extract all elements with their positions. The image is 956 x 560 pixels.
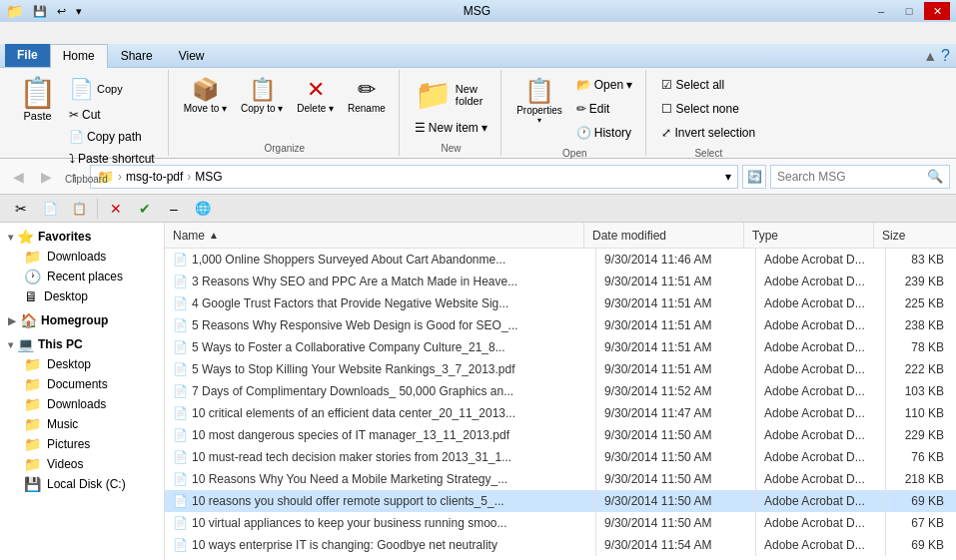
file-name-text: 5 Ways to Stop Killing Your Website Rank… — [192, 362, 515, 376]
file-date-cell: 9/30/2014 11:50 AM — [596, 424, 756, 446]
homegroup-label: Homegroup — [41, 313, 108, 327]
tab-view[interactable]: View — [166, 44, 218, 67]
qt-delete-btn[interactable]: ✕ — [103, 196, 129, 222]
path-dropdown-btn[interactable]: ▾ — [725, 170, 731, 184]
sidebar-item-music[interactable]: 📁 Music — [0, 414, 164, 434]
clipboard-items: 📋 Paste 📄 Copy ✂ Cut 📄 Copy pat — [13, 72, 160, 172]
col-header-size[interactable]: Size — [874, 223, 944, 248]
file-name-text: 5 Ways to Foster a Collaborative Company… — [192, 340, 505, 354]
table-row[interactable]: 📄 7 Days of Complimentary Downloads_ 50,… — [165, 380, 956, 402]
qt-globe-btn[interactable]: 🌐 — [190, 196, 216, 222]
sidebar-item-recent[interactable]: 🕐 Recent places — [0, 267, 164, 286]
table-row[interactable]: 📄 10 virtual appliances to keep your bus… — [165, 512, 956, 534]
sidebar-item-desktop-pc[interactable]: 📁 Desktop — [0, 354, 164, 374]
select-all-button[interactable]: ☑ Select all — [656, 74, 729, 96]
copy-path-label: Copy path — [87, 130, 142, 144]
table-row[interactable]: 📄 10 critical elements of an efficient d… — [165, 402, 956, 424]
quick-dropdown-btn[interactable]: ▾ — [72, 3, 86, 20]
col-header-date[interactable]: Date modified — [584, 223, 744, 248]
window-title: MSG — [88, 4, 866, 18]
edit-button[interactable]: ✏ Edit — [571, 98, 638, 120]
table-row[interactable]: 📄 5 Reasons Why Responsive Web Design is… — [165, 314, 956, 336]
table-row[interactable]: 📄 10 most dangerous species of IT manage… — [165, 424, 956, 446]
sidebar-item-pictures[interactable]: 📁 Pictures — [0, 434, 164, 454]
sidebar-header-homegroup[interactable]: ▶ 🏠 Homegroup — [0, 310, 164, 330]
sidebar-item-downloads-pc[interactable]: 📁 Downloads — [0, 394, 164, 414]
sidebar-header-thispc[interactable]: ▾ 💻 This PC — [0, 334, 164, 354]
move-to-button[interactable]: 📦 Move to ▾ — [179, 74, 232, 117]
file-name-text: 10 critical elements of an efficient dat… — [192, 406, 515, 420]
paste-shortcut-label: Paste shortcut — [78, 152, 155, 166]
col-header-type[interactable]: Type — [744, 223, 874, 248]
qt-check-btn[interactable]: ✔ — [132, 196, 158, 222]
col-header-name[interactable]: Name ▲ — [165, 223, 584, 248]
copy-button[interactable]: 📄 Copy — [64, 74, 160, 104]
qt-scissors-btn[interactable]: ✂ — [8, 196, 34, 222]
close-btn[interactable]: ✕ — [924, 2, 950, 20]
table-row[interactable]: 📄 5 Ways to Stop Killing Your Website Ra… — [165, 358, 956, 380]
pdf-icon: 📄 — [173, 516, 188, 530]
sidebar-item-documents[interactable]: 📁 Documents — [0, 374, 164, 394]
file-name-cell: 📄 1,000 Online Shoppers Surveyed About C… — [165, 249, 596, 271]
sidebar-header-favorites[interactable]: ▾ ⭐ Favorites — [0, 227, 164, 247]
quick-save-btn[interactable]: 💾 — [29, 3, 51, 20]
path-part-2[interactable]: MSG — [195, 170, 222, 184]
invert-selection-button[interactable]: ⤢ Invert selection — [656, 122, 760, 144]
table-row[interactable]: 📄 1,000 Online Shoppers Surveyed About C… — [165, 249, 956, 271]
paste-shortcut-button[interactable]: ⤵ Paste shortcut — [64, 148, 160, 170]
help-btn[interactable]: ? — [941, 47, 950, 65]
pdf-icon: 📄 — [173, 406, 188, 420]
table-row[interactable]: 📄 10 reasons you should offer remote sup… — [165, 490, 956, 512]
sidebar-item-desktop-fav[interactable]: 🖥 Desktop — [0, 286, 164, 306]
rename-button[interactable]: ✏ Rename — [343, 74, 391, 117]
pictures-label: Pictures — [47, 437, 90, 451]
file-type-cell: Adobe Acrobat D... — [756, 358, 886, 380]
sidebar-item-localdisk[interactable]: 💾 Local Disk (C:) — [0, 474, 164, 494]
file-size-cell: 78 KB — [886, 336, 956, 358]
properties-button[interactable]: 📋 Properties ▾ — [511, 74, 567, 128]
table-row[interactable]: 📄 5 Ways to Foster a Collaborative Compa… — [165, 336, 956, 358]
minimize-btn[interactable]: – — [868, 2, 894, 20]
new-folder-label2: folder — [456, 95, 483, 107]
address-path[interactable]: 📁 › msg-to-pdf › MSG ▾ — [90, 165, 738, 189]
localdisk-icon: 💾 — [24, 476, 41, 492]
paste-button[interactable]: 📋 Paste — [13, 74, 62, 126]
cut-button[interactable]: ✂ Cut — [64, 104, 160, 126]
qt-paste-btn[interactable]: 📋 — [66, 196, 92, 222]
new-folder-icon: 📁 — [415, 77, 452, 112]
open-button[interactable]: 📂 Open ▾ — [571, 74, 638, 96]
sidebar-item-videos[interactable]: 📁 Videos — [0, 454, 164, 474]
copy-to-button[interactable]: 📋 Copy to ▾ — [236, 74, 288, 117]
sidebar-item-downloads[interactable]: 📁 Downloads — [0, 247, 164, 267]
tab-share[interactable]: Share — [108, 44, 166, 67]
file-name-cell: 📄 10 virtual appliances to keep your bus… — [165, 512, 596, 534]
copy-path-button[interactable]: 📄 Copy path — [64, 126, 160, 148]
table-row[interactable]: 📄 10 Reasons Why You Need a Mobile Marke… — [165, 468, 956, 490]
thispc-label: This PC — [38, 337, 83, 351]
ribbon-collapse-btn[interactable]: ▲ — [923, 48, 937, 64]
table-row[interactable]: 📄 10 ways enterprise IT is changing: Goo… — [165, 534, 956, 556]
select-none-button[interactable]: ☐ Select none — [656, 98, 743, 120]
table-row[interactable]: 📄 3 Reasons Why SEO and PPC Are a Match … — [165, 271, 956, 292]
delete-button[interactable]: ✕ Delete ▾ — [292, 74, 339, 117]
properties-dropdown: ▾ — [537, 116, 541, 125]
maximize-btn[interactable]: □ — [896, 2, 922, 20]
search-input[interactable] — [777, 170, 927, 184]
tab-home[interactable]: Home — [50, 44, 108, 68]
search-box[interactable]: 🔍 — [770, 165, 950, 189]
refresh-button[interactable]: 🔄 — [742, 165, 766, 189]
clipboard-label: Clipboard — [65, 172, 108, 185]
quick-undo-btn[interactable]: ↩ — [53, 3, 70, 20]
file-size-cell: 225 KB — [886, 292, 956, 314]
history-button[interactable]: 🕐 History — [571, 122, 638, 144]
table-row[interactable]: 📄 10 must-read tech decision maker stori… — [165, 446, 956, 468]
table-row[interactable]: 📄 4 Google Trust Factors that Provide Ne… — [165, 292, 956, 314]
tab-file[interactable]: File — [5, 44, 50, 67]
qt-copy-btn[interactable]: 📄 — [37, 196, 63, 222]
new-item-button[interactable]: ☰ New item ▾ — [410, 117, 492, 139]
copy-label: Copy — [97, 83, 123, 95]
file-name-text: 4 Google Trust Factors that Provide Nega… — [192, 296, 508, 310]
new-folder-button[interactable]: 📁 New folder — [410, 74, 489, 115]
file-date-cell: 9/30/2014 11:50 AM — [596, 468, 756, 490]
qt-dash-btn[interactable]: – — [161, 196, 187, 222]
